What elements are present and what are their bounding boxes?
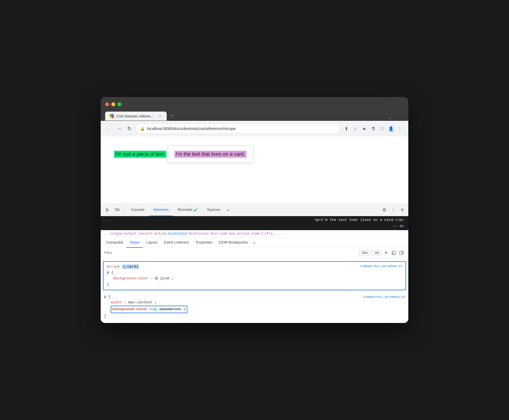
devtools-panel: Console Elements Recorder 🧪 Sources » ⚙ … xyxy=(101,204,408,323)
copy-styles-button[interactable] xyxy=(390,249,397,256)
url-bar[interactable]: 🔒 localhost:8080/docs/devtools/css/refer… xyxy=(135,124,340,134)
filter-input[interactable] xyxy=(104,251,357,255)
toolbar-separator xyxy=(124,207,124,213)
address-bar: ← → ↻ 🔒 localhost:8080/docs/devtools/css… xyxy=(101,121,408,136)
css-property-background-color[interactable]: background-color xyxy=(114,276,149,280)
close-devtools-button[interactable]: ✕ xyxy=(398,206,406,214)
back-button[interactable]: ← xyxy=(105,125,113,133)
active-tab[interactable]: CSS features reference - Chro… × xyxy=(105,112,167,121)
tab-close-button[interactable]: × xyxy=(158,114,162,118)
share-icon[interactable]: ⬆ xyxy=(342,125,350,133)
flask-icon[interactable]: ⚗ xyxy=(369,125,377,133)
tab-sources[interactable]: Sources xyxy=(202,204,225,216)
plain-text: I'm just a piece of text. xyxy=(114,151,166,158)
css-p-selector[interactable]: p { xyxy=(107,270,113,275)
tab-more-button[interactable]: » xyxy=(225,207,232,213)
svg-rect-3 xyxy=(393,251,395,254)
browser-window: CSS features reference - Chro… × + ⌄ ← →… xyxy=(101,97,408,323)
maximize-button[interactable] xyxy=(117,102,121,106)
reload-button[interactable]: ↻ xyxy=(125,125,133,133)
settings-icon[interactable]: ⚙ xyxy=(380,206,388,214)
hov-button[interactable]: :hov xyxy=(359,250,370,256)
subtab-dom-breakpoints[interactable]: DOM Breakpoints xyxy=(216,238,251,248)
css-source-link-1[interactable]: YzaBqOo?ani…pe=embed:24 xyxy=(360,264,402,269)
subtabs: Computed Styles Layout Event Listeners P… xyxy=(101,238,408,248)
url-text: localhost:8080/docs/devtools/css/referen… xyxy=(147,126,335,131)
subtab-computed[interactable]: Computed xyxy=(103,238,126,248)
element-path-dots[interactable]: ... xyxy=(103,232,109,236)
close-button[interactable] xyxy=(105,102,109,106)
css-at-rule-line: @scope (.card) xyxy=(107,264,402,270)
filter-actions: :hov .cls + xyxy=(359,249,405,256)
add-class-button[interactable]: + xyxy=(383,249,389,256)
new-tab-button[interactable]: + xyxy=(168,112,177,121)
tab-bar: CSS features reference - Chro… × + ⌄ xyxy=(101,112,408,121)
page-content: I'm just a piece of text. I'm the text t… xyxy=(101,136,408,204)
tab-recorder[interactable]: Recorder 🧪 xyxy=(173,204,202,216)
svg-rect-5 xyxy=(402,251,404,254)
tab-favicon xyxy=(110,114,114,118)
subtab-layout[interactable]: Layout xyxy=(143,238,161,248)
inspect-element-button[interactable] xyxy=(103,206,112,214)
css-closing-brace-2: } xyxy=(104,313,405,319)
minimize-button[interactable] xyxy=(111,102,115,106)
scope-argument[interactable]: (.card) xyxy=(122,265,139,269)
css-p-rule: YzaBqOo?ani…pe=embed:28 p { width : max-… xyxy=(101,292,408,321)
styles-sidebar-button[interactable] xyxy=(398,249,405,256)
css-value-aquamarine[interactable]: aquamarine xyxy=(159,307,181,311)
forward-button[interactable]: → xyxy=(115,125,123,133)
title-bar xyxy=(101,97,408,112)
extension-icon[interactable]: ★ xyxy=(360,125,368,133)
element-path-end-dots[interactable]: ... xyxy=(276,232,282,236)
card: I'm the text that lives on a card. xyxy=(168,145,253,163)
tab-list-button[interactable]: ⌄ xyxy=(387,114,392,121)
css-rules: YzaBqOo?ani…pe=embed:24 @scope (.card) p… xyxy=(101,258,408,323)
css-closing-brace: } xyxy=(107,282,402,287)
css-value-plum[interactable]: plum xyxy=(161,276,169,280)
element-path-item-3[interactable]: div#result-box.code-box.active.zoom-1 xyxy=(189,232,263,236)
strikethrough-highlight: background-color : aquamarine ; xyxy=(111,306,187,313)
devtools-right-icons: ⚙ ⋮ ✕ xyxy=(380,206,406,214)
css-property-line-1: background-color : plum ; xyxy=(107,276,402,282)
lock-icon: 🔒 xyxy=(140,126,145,131)
dom-equal-var: == $0 xyxy=(101,224,408,230)
subtab-properties[interactable]: Properties xyxy=(192,238,216,248)
element-path-item-4[interactable]: ifra… xyxy=(265,232,275,236)
css-p-selector-line-2: p { xyxy=(104,294,405,300)
color-swatch-plum[interactable] xyxy=(155,277,158,280)
device-emulation-button[interactable] xyxy=(113,206,122,214)
css-value-max-content[interactable]: max-content xyxy=(128,300,152,305)
css-property-background-color-struck[interactable]: background-color xyxy=(112,307,147,311)
color-swatch-aquamarine[interactable] xyxy=(154,308,157,311)
dom-selected-element: <p>I'm the text that lives on a card.</p… xyxy=(314,218,404,222)
css-source-link-2[interactable]: YzaBqOo?ani…pe=embed:28 xyxy=(362,295,405,300)
card-text: I'm the text that lives on a card. xyxy=(175,151,246,158)
css-scope-rule: YzaBqOo?ani…pe=embed:24 @scope (.card) p… xyxy=(103,261,406,290)
subtab-more-button[interactable]: » xyxy=(251,240,258,245)
toolbar-icons: ⬆ ☆ ★ ⚗ □ 👤 ⋮ xyxy=(342,125,404,133)
element-path-item-2[interactable]: div#output xyxy=(168,232,188,236)
tab-title: CSS features reference - Chro… xyxy=(116,114,155,118)
profile-icon[interactable]: 👤 xyxy=(387,125,395,133)
bookmark-icon[interactable]: ☆ xyxy=(351,125,359,133)
tab-console[interactable]: Console xyxy=(127,204,149,216)
devtools-tabs: Console Elements Recorder 🧪 Sources » xyxy=(127,204,379,216)
dom-dots: ... xyxy=(105,218,112,222)
css-width-property-line: width : max-content ; xyxy=(104,300,405,306)
css-selector-line: p { xyxy=(107,270,402,276)
subtab-styles[interactable]: Styles xyxy=(126,238,143,248)
css-p-selector-2[interactable]: p { xyxy=(104,295,110,299)
element-path: ... single-output.results-active div#out… xyxy=(101,230,408,238)
cls-button[interactable]: .cls xyxy=(371,250,381,256)
devtools-toolbar: Console Elements Recorder 🧪 Sources » ⚙ … xyxy=(101,204,408,216)
tab-elements[interactable]: Elements xyxy=(149,204,173,216)
traffic-lights xyxy=(105,102,121,106)
css-property-width[interactable]: width xyxy=(111,300,122,305)
subtab-event-listeners[interactable]: Event Listeners xyxy=(161,238,192,248)
more-options-icon[interactable]: ⋮ xyxy=(389,206,397,214)
dom-breadcrumb: ... <p>I'm the text that lives on a card… xyxy=(101,216,408,224)
menu-icon[interactable]: ⋮ xyxy=(396,125,404,133)
split-screen-icon[interactable]: □ xyxy=(378,125,386,133)
element-path-item-1[interactable]: single-output.results-active xyxy=(110,232,167,236)
svg-rect-0 xyxy=(116,209,118,211)
